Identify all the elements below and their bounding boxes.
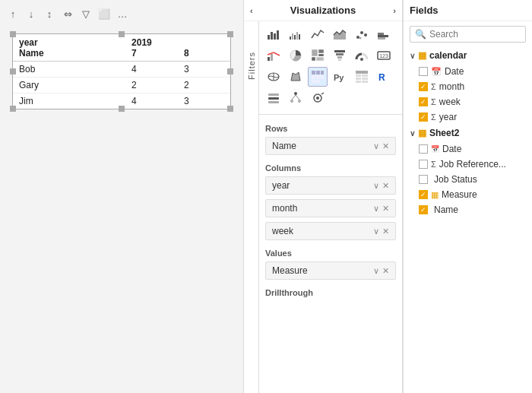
svg-text:123: 123 xyxy=(379,53,388,59)
sheet2-group-icon: ▦ xyxy=(418,128,426,138)
viz-gauge-icon[interactable] xyxy=(352,46,372,65)
viz-table-icon[interactable] xyxy=(352,67,372,87)
viz-line-icon[interactable] xyxy=(308,24,328,44)
svg-point-56 xyxy=(298,100,301,103)
field-calendar-month[interactable]: ✓ Σ month xyxy=(404,79,532,94)
columns-field-year[interactable]: year ∨ ✕ xyxy=(265,176,396,195)
resize-t[interactable] xyxy=(119,31,125,37)
chevron-down-icon: ∨ xyxy=(373,266,379,276)
resize-b[interactable] xyxy=(119,106,125,112)
table-icon: ▦ xyxy=(431,190,439,200)
field-calendar-date-checkbox[interactable] xyxy=(419,67,428,76)
search-input[interactable] xyxy=(429,29,521,40)
viz-bar-clustered-icon[interactable] xyxy=(286,24,306,44)
viz-pie-icon[interactable] xyxy=(286,46,306,65)
field-calendar-year[interactable]: ✓ Σ year xyxy=(404,109,532,125)
search-icon: 🔍 xyxy=(415,29,426,40)
viz-treemap-icon[interactable] xyxy=(308,46,328,65)
svg-rect-40 xyxy=(312,80,315,83)
viz-map-icon[interactable] xyxy=(264,67,283,87)
viz-python-icon[interactable]: Py xyxy=(330,67,350,87)
svg-rect-7 xyxy=(296,32,298,40)
close-icon[interactable]: ✕ xyxy=(382,141,389,151)
field-calendar-date[interactable]: 📅 Date xyxy=(404,64,532,79)
field-sheet2-date[interactable]: 📅 Date xyxy=(404,141,532,157)
resize-br[interactable] xyxy=(227,106,233,112)
filter-icon[interactable]: ▽ xyxy=(79,7,93,21)
field-sheet2-name[interactable]: ✓ Name xyxy=(404,202,532,217)
viz-bar-icon[interactable] xyxy=(264,24,283,44)
field-sheet2-measure-checkbox[interactable]: ✓ xyxy=(419,190,428,199)
values-field-measure[interactable]: Measure ∨ ✕ xyxy=(265,261,396,280)
svg-rect-22 xyxy=(318,54,324,56)
fields-list: ∨ ▦ calendar 📅 Date ✓ Σ month ✓ Σ week ✓… xyxy=(404,47,532,393)
field-sheet2-date-checkbox[interactable] xyxy=(419,144,428,154)
expand-icon[interactable]: ⇔ xyxy=(61,7,74,21)
rows-field-text: Name xyxy=(272,141,296,151)
viz-nav-right[interactable]: › xyxy=(393,6,396,15)
field-sheet2-measure[interactable]: ✓ ▦ Measure xyxy=(404,187,532,202)
svg-rect-23 xyxy=(312,57,315,61)
viz-stacked-bar-icon[interactable] xyxy=(374,24,394,44)
close-icon[interactable]: ✕ xyxy=(382,181,389,191)
field-sheet2-jobref[interactable]: Σ Job Reference... xyxy=(404,157,532,172)
viz-card-icon[interactable]: 123 xyxy=(374,46,394,65)
viz-area-icon[interactable] xyxy=(330,24,350,44)
more-icon[interactable]: … xyxy=(116,7,129,21)
field-calendar-year-checkbox[interactable]: ✓ xyxy=(419,113,428,122)
field-sheet2-jobstatus[interactable]: Job Status xyxy=(404,172,532,187)
group-sheet2-header[interactable]: ∨ ▦ Sheet2 xyxy=(404,125,532,141)
columns-label: Columns xyxy=(259,160,402,174)
viz-funnel-icon[interactable] xyxy=(330,46,350,65)
field-calendar-week[interactable]: ✓ Σ week xyxy=(404,94,532,109)
field-sheet2-jobref-checkbox[interactable] xyxy=(419,160,428,169)
sort-up-icon[interactable]: ↑ xyxy=(6,7,20,21)
filters-tab[interactable]: Filters xyxy=(244,21,259,393)
close-icon[interactable]: ✕ xyxy=(382,227,389,236)
frame-icon[interactable]: ⬜ xyxy=(97,7,111,21)
viz-combo-icon[interactable] xyxy=(264,46,283,65)
sigma-icon: Σ xyxy=(431,160,436,169)
columns-field-month[interactable]: month ∨ ✕ xyxy=(265,199,396,217)
table-row: Gary 2 2 xyxy=(13,78,230,93)
svg-rect-45 xyxy=(362,74,368,77)
viz-decomp-icon[interactable] xyxy=(286,88,306,108)
resize-tr[interactable] xyxy=(227,31,233,37)
values-field-icons: ∨ ✕ xyxy=(373,266,389,276)
field-calendar-week-checkbox[interactable]: ✓ xyxy=(419,97,428,106)
data-table-container: year 2019 Name 7 8 Bob 4 3 Gary 2 2 xyxy=(12,33,231,109)
viz-shape-map-icon[interactable] xyxy=(286,67,306,87)
svg-rect-34 xyxy=(312,71,315,74)
viz-nav-left[interactable]: ‹ xyxy=(250,6,253,15)
resize-r[interactable] xyxy=(227,68,233,74)
close-icon[interactable]: ✕ xyxy=(382,266,389,276)
rows-field-icons: ∨ ✕ xyxy=(373,141,389,151)
row-v1: 2 xyxy=(125,78,178,93)
sort-down-icon[interactable]: ↓ xyxy=(24,7,38,21)
viz-key-influencers-icon[interactable] xyxy=(308,88,328,108)
sort-both-icon[interactable]: ↕ xyxy=(43,7,56,21)
viz-scatter-icon[interactable] xyxy=(352,24,372,44)
viz-r-icon[interactable]: R xyxy=(374,67,394,87)
field-sheet2-name-checkbox[interactable]: ✓ xyxy=(419,205,428,214)
field-calendar-month-checkbox[interactable]: ✓ xyxy=(419,82,428,91)
viz-matrix-icon[interactable] xyxy=(308,67,328,87)
group-sheet2-toggle: ∨ xyxy=(410,129,415,138)
field-sheet2-jobstatus-checkbox[interactable] xyxy=(419,175,428,184)
viz-slicer-icon[interactable] xyxy=(264,88,283,108)
divider-1 xyxy=(259,114,402,115)
svg-rect-52 xyxy=(268,97,279,100)
close-icon[interactable]: ✕ xyxy=(382,204,389,214)
search-box[interactable]: 🔍 xyxy=(410,26,526,43)
col-8: 8 xyxy=(178,48,230,62)
svg-rect-37 xyxy=(312,75,315,79)
group-calendar-header[interactable]: ∨ ▦ calendar xyxy=(404,47,532,64)
resize-tl[interactable] xyxy=(10,31,16,37)
columns-field-week[interactable]: week ∨ ✕ xyxy=(265,222,396,240)
field-calendar-year-name: year xyxy=(439,112,457,122)
resize-bl[interactable] xyxy=(10,106,16,112)
fields-title: Fields xyxy=(410,5,439,16)
rows-field-name[interactable]: Name ∨ ✕ xyxy=(265,137,396,155)
svg-rect-41 xyxy=(316,80,320,83)
resize-l[interactable] xyxy=(10,68,16,74)
